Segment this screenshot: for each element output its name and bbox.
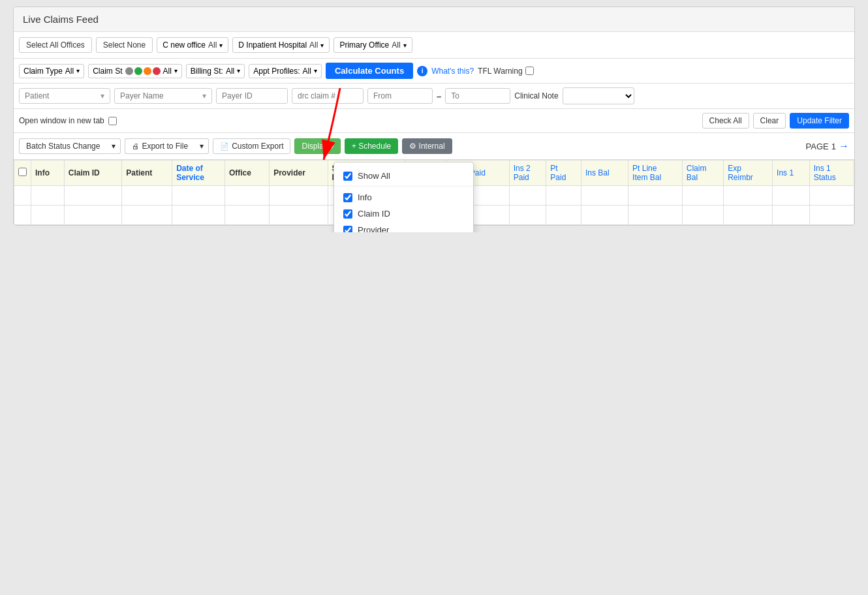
billing-st-arrow: ▾	[237, 67, 240, 74]
claim-type-value: All	[65, 67, 74, 76]
from-input[interactable]	[373, 91, 427, 100]
display-button[interactable]: Display ▾	[294, 138, 340, 154]
select-all-checkbox[interactable]	[18, 168, 27, 176]
display-item-checkbox-1[interactable]	[343, 209, 352, 219]
clinical-note-select[interactable]	[563, 87, 634, 104]
th-pt-paid: PtPaid	[546, 160, 581, 186]
display-menu-item-2[interactable]: Provider	[334, 222, 473, 232]
update-filter-button[interactable]: Update Filter	[790, 113, 849, 129]
primary-office-all: All	[392, 40, 400, 50]
clinical-note-label: Clinical Note	[514, 91, 558, 100]
th-ins-bal: Ins Bal	[581, 160, 628, 186]
date-range-dash: –	[437, 91, 441, 101]
payer-name-input-container[interactable]: ▾	[114, 88, 212, 104]
appt-profiles-arrow: ▾	[314, 67, 317, 74]
claim-st-label: Claim St	[93, 67, 122, 76]
th-claim-id: Claim ID	[64, 160, 122, 186]
drc-claim-input[interactable]	[298, 91, 358, 100]
display-dropdown-menu: Show All InfoClaim IDProviderSupervising…	[333, 162, 474, 232]
primary-office-arrow: ▾	[403, 42, 407, 49]
claim-st-filter[interactable]: Claim St All ▾	[88, 64, 182, 78]
batch-dropdown-arrow: ▾	[112, 142, 116, 151]
billing-st-value: All	[226, 67, 234, 76]
c-new-office-arrow: ▾	[219, 42, 223, 49]
show-all-checkbox[interactable]	[343, 172, 352, 181]
input-row: ▾ ▾ – Clinical Note	[14, 84, 854, 109]
claim-type-arrow: ▾	[76, 67, 80, 74]
clear-button[interactable]: Clear	[753, 113, 786, 129]
schedule-button[interactable]: + Schedule	[345, 138, 398, 154]
whats-this-link[interactable]: What's this?	[431, 67, 474, 76]
page-info: PAGE 1 →	[806, 140, 849, 152]
display-item-label-0: Info	[358, 192, 372, 202]
th-ins1-status: Ins 1Status	[809, 160, 854, 186]
select-all-offices-button[interactable]: Select All Offices	[19, 37, 92, 53]
page-title: Live Claims Feed	[23, 14, 99, 25]
claim-st-arrow: ▾	[174, 67, 178, 74]
th-info: Info	[31, 160, 65, 186]
patient-input[interactable]	[25, 91, 98, 100]
dot-gray-icon	[125, 67, 133, 75]
export-to-file-button[interactable]: 🖨 Export to File	[125, 138, 194, 154]
billing-st-filter[interactable]: Billing St: All ▾	[186, 64, 245, 78]
custom-export-button[interactable]: 📄 Custom Export	[213, 138, 290, 154]
select-none-button[interactable]: Select None	[96, 37, 153, 53]
payer-id-input[interactable]	[222, 91, 282, 100]
open-window-checkbox[interactable]	[108, 117, 117, 125]
claim-type-label: Claim Type	[23, 67, 63, 76]
check-all-button[interactable]: Check All	[702, 113, 749, 129]
from-input-container[interactable]	[367, 88, 433, 104]
appt-profiles-label: Appt Profiles:	[253, 67, 300, 76]
th-provider: Provider	[270, 160, 328, 186]
batch-status-change-button[interactable]: Batch Status Change	[19, 138, 106, 154]
calculate-counts-button[interactable]: Calculate Counts	[326, 63, 413, 79]
display-arrow: ▾	[330, 143, 333, 150]
show-all-label: Show All	[358, 171, 390, 181]
batch-status-change-dropdown[interactable]: ▾	[106, 138, 121, 154]
d-inpatient-filter[interactable]: D Inpatient Hospital All ▾	[232, 37, 330, 53]
th-ins1: Ins 1	[773, 160, 810, 186]
show-all-item[interactable]: Show All	[334, 168, 473, 187]
office-toolbar: Select All Offices Select None C new off…	[14, 32, 854, 59]
patient-dropdown-arrow: ▾	[101, 91, 104, 100]
billing-st-label: Billing St:	[191, 67, 223, 76]
whats-this-icon[interactable]: i	[417, 66, 427, 76]
display-menu-item-1[interactable]: Claim ID	[334, 206, 473, 222]
claim-type-filter[interactable]: Claim Type All ▾	[19, 64, 84, 78]
appt-profiles-filter[interactable]: Appt Profiles: All ▾	[249, 64, 322, 78]
th-exp-reimbr: ExpReimbr	[724, 160, 773, 186]
th-ins2-paid: Ins 2Paid	[509, 160, 546, 186]
display-item-checkbox-2[interactable]	[343, 226, 352, 233]
doc-icon: 📄	[220, 142, 229, 151]
internal-button[interactable]: ⚙ Internal	[402, 138, 452, 154]
payer-name-input[interactable]	[120, 91, 200, 100]
payer-id-input-container[interactable]	[216, 88, 288, 104]
next-page-arrow[interactable]: →	[839, 140, 849, 152]
payer-name-dropdown-arrow: ▾	[202, 91, 206, 100]
display-label: Display	[302, 142, 327, 151]
export-to-file-dropdown[interactable]: ▾	[194, 138, 209, 154]
display-item-label-1: Claim ID	[358, 209, 390, 219]
status-dots	[125, 67, 161, 75]
page-number: 1	[831, 142, 836, 151]
d-inpatient-label: D Inpatient Hospital	[238, 40, 307, 50]
to-input[interactable]	[451, 91, 504, 100]
display-menu-item-0[interactable]: Info	[334, 189, 473, 206]
primary-office-filter[interactable]: Primary Office All ▾	[333, 37, 412, 53]
th-dos[interactable]: Date ofService	[172, 160, 225, 186]
drc-claim-input-container[interactable]	[292, 88, 364, 104]
export-dropdown-arrow: ▾	[200, 142, 204, 151]
dot-green-icon	[134, 67, 142, 75]
export-to-file-label: Export to File	[142, 142, 188, 151]
to-input-container[interactable]	[445, 88, 510, 104]
patient-input-container[interactable]: ▾	[19, 88, 110, 104]
display-item-checkbox-0[interactable]	[343, 193, 352, 202]
c-new-office-filter[interactable]: C new office All ▾	[157, 37, 228, 53]
custom-export-label: Custom Export	[232, 142, 283, 151]
c-new-office-label: C new office	[163, 40, 206, 50]
primary-office-label: Primary Office	[339, 40, 389, 50]
tfl-warning-checkbox[interactable]	[525, 67, 534, 75]
page-label: PAGE	[806, 142, 829, 151]
tfl-warning-label: TFL Warning	[478, 67, 533, 76]
th-checkbox	[14, 160, 31, 186]
